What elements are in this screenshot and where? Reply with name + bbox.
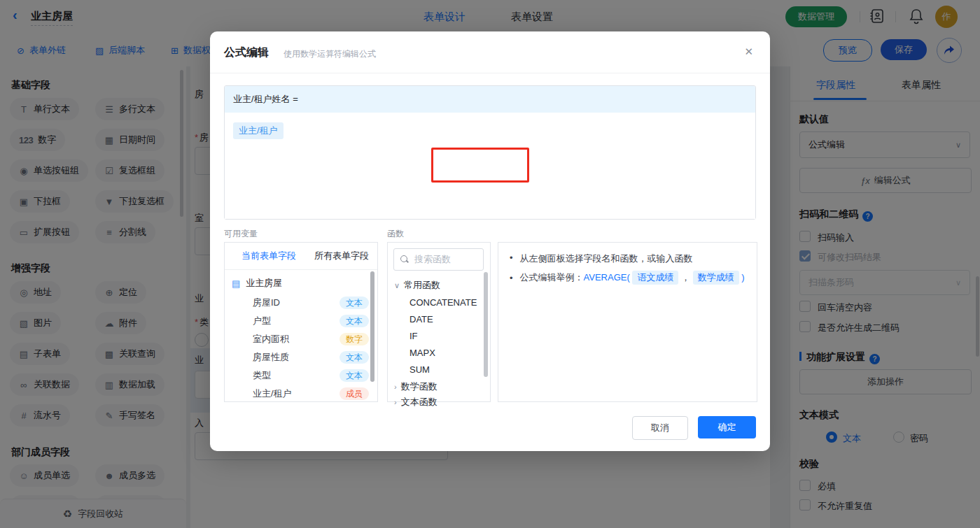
type-badge: 文本 bbox=[340, 351, 369, 364]
type-badge: 文本 bbox=[340, 297, 369, 309]
app-root: ‹ 业主房屋 表单设计 表单设置 数据管理 作 ⊘ 表单外链 ▨ 后端脚本 ⊞ … bbox=[0, 0, 980, 528]
formula-target-text: 业主/租户姓名 = bbox=[233, 93, 298, 106]
tip-close-paren: ) bbox=[741, 272, 744, 283]
tip-text: 从左侧面板选择字段名和函数，或输入函数 bbox=[520, 252, 693, 265]
cancel-button[interactable]: 取消 bbox=[632, 416, 688, 440]
functions-label: 函数 bbox=[387, 228, 404, 240]
cancel-label: 取消 bbox=[651, 422, 669, 434]
type-badge: 成员 bbox=[340, 387, 369, 400]
variable-row[interactable]: 房屋性质 文本 bbox=[253, 351, 369, 364]
variable-row[interactable]: 室内面积 数字 bbox=[253, 333, 369, 345]
variable-name: 户型 bbox=[253, 315, 271, 327]
tab-current-form-fields[interactable]: 当前表单字段 bbox=[241, 250, 296, 262]
chevron-right-icon: › bbox=[394, 383, 397, 391]
form-tree-node[interactable]: ▤ 业主房屋 bbox=[232, 277, 282, 290]
variable-row[interactable]: 户型 文本 bbox=[253, 315, 369, 327]
annotation-red-rectangle bbox=[431, 148, 529, 183]
form-name-text: 业主房屋 bbox=[246, 277, 282, 290]
variable-row[interactable]: 类型 文本 bbox=[253, 369, 369, 382]
type-badge: 文本 bbox=[340, 369, 369, 382]
function-group-math[interactable]: › 数学函数 bbox=[394, 380, 438, 393]
tip-line-1: • 从左侧面板选择字段名和函数，或输入函数 bbox=[510, 252, 693, 265]
close-icon[interactable]: ✕ bbox=[744, 45, 753, 58]
function-group-common[interactable]: ∨ 常用函数 bbox=[394, 279, 440, 292]
variable-name: 房屋性质 bbox=[253, 351, 289, 364]
confirm-button[interactable]: 确定 bbox=[698, 416, 756, 438]
function-item[interactable]: CONCATENATE bbox=[410, 297, 477, 308]
function-item[interactable]: SUM bbox=[410, 364, 430, 375]
search-placeholder: 搜索函数 bbox=[414, 253, 451, 266]
formula-edit-modal: 公式编辑 使用数学运算符编辑公式 ✕ 业主/租户姓名 = 业主/租户 可用变量 … bbox=[210, 31, 770, 451]
variable-row[interactable]: 业主/租户 成员 bbox=[253, 387, 369, 400]
variables-panel: 当前表单字段 所有表单字段 ▤ 业主房屋 房屋ID 文本 户型 文本 室内面积 bbox=[224, 242, 378, 402]
variables-tree: ▤ 业主房屋 房屋ID 文本 户型 文本 室内面积 数字 房屋性质 文本 bbox=[225, 270, 377, 401]
modal-header: 公式编辑 使用数学运算符编辑公式 ✕ bbox=[210, 31, 770, 73]
variable-row[interactable]: 房屋ID 文本 bbox=[253, 297, 369, 309]
function-item[interactable]: MAPX bbox=[410, 348, 435, 358]
function-group-label: 数学函数 bbox=[401, 380, 438, 393]
variables-label: 可用变量 bbox=[224, 228, 258, 240]
variable-name: 类型 bbox=[253, 369, 271, 382]
example-field-chip: 数学成绩 bbox=[693, 271, 739, 285]
function-group-text[interactable]: › 文本函数 bbox=[394, 396, 438, 408]
chevron-down-icon: ∨ bbox=[394, 281, 400, 290]
variable-name: 房屋ID bbox=[253, 297, 280, 309]
functions-scrollbar[interactable] bbox=[484, 272, 488, 377]
modal-subtitle: 使用数学运算符编辑公式 bbox=[284, 48, 376, 60]
function-item[interactable]: DATE bbox=[410, 314, 433, 324]
tip-line-2: • 公式编辑举例：AVERAGE( 语文成绩 ， 数学成绩 ) bbox=[510, 271, 745, 285]
variables-tabs: 当前表单字段 所有表单字段 bbox=[225, 243, 377, 270]
function-group-label: 常用函数 bbox=[404, 279, 440, 292]
modal-title: 公式编辑 bbox=[224, 45, 269, 60]
type-badge: 数字 bbox=[340, 333, 369, 345]
function-search-input[interactable]: 搜索函数 bbox=[393, 248, 484, 271]
variable-name: 业主/租户 bbox=[253, 387, 292, 400]
bullet-icon: • bbox=[510, 252, 513, 265]
tip-comma: ， bbox=[681, 272, 690, 283]
variable-name: 室内面积 bbox=[253, 333, 289, 345]
tips-panel: • 从左侧面板选择字段名和函数，或输入函数 • 公式编辑举例：AVERAGE( … bbox=[498, 242, 757, 402]
example-field-chip: 语文成绩 bbox=[632, 271, 678, 285]
tip-example-function: AVERAGE( bbox=[584, 272, 630, 283]
variables-scrollbar[interactable] bbox=[370, 271, 374, 382]
type-badge: 文本 bbox=[340, 315, 369, 327]
form-doc-icon: ▤ bbox=[232, 278, 240, 289]
tip-example: 公式编辑举例：AVERAGE( 语文成绩 ， 数学成绩 ) bbox=[520, 271, 745, 285]
search-icon bbox=[400, 255, 409, 264]
formula-field-chip[interactable]: 业主/租户 bbox=[233, 122, 284, 139]
functions-panel: 搜索函数 ∨ 常用函数 CONCATENATE DATE IF MAPX SUM… bbox=[387, 242, 491, 402]
confirm-label: 确定 bbox=[718, 421, 736, 434]
tab-all-form-fields[interactable]: 所有表单字段 bbox=[314, 250, 369, 262]
bullet-icon: • bbox=[510, 273, 513, 283]
function-item[interactable]: IF bbox=[410, 331, 418, 341]
chevron-right-icon: › bbox=[394, 398, 397, 406]
formula-target-bar: 业主/租户姓名 = bbox=[225, 86, 755, 113]
tip-example-prefix: 公式编辑举例： bbox=[520, 272, 584, 283]
function-group-label: 文本函数 bbox=[401, 396, 438, 408]
